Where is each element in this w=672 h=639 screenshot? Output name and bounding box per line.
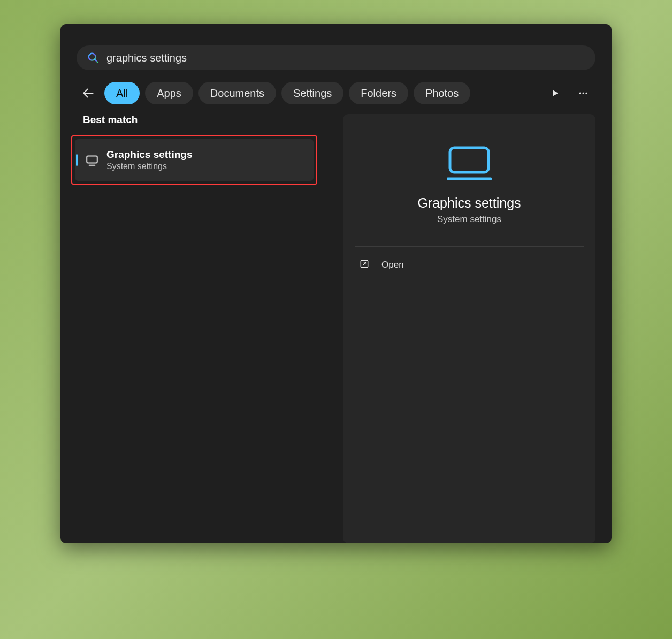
svg-point-4	[579, 93, 581, 94]
filter-pill-apps[interactable]: Apps	[145, 82, 193, 104]
open-external-icon	[359, 258, 370, 271]
svg-point-5	[583, 93, 584, 94]
annotation-highlight: Graphics settings System settings	[71, 135, 317, 185]
result-title: Graphics settings	[106, 149, 193, 161]
search-window: All Apps Documents Settings Folders Phot…	[60, 24, 612, 543]
action-open[interactable]: Open	[355, 247, 584, 283]
svg-rect-7	[87, 156, 97, 163]
filter-pill-folders[interactable]: Folders	[349, 82, 408, 104]
display-icon-large	[447, 141, 492, 186]
filter-label: Settings	[293, 87, 332, 100]
filter-label: Documents	[210, 87, 264, 100]
filter-pill-documents[interactable]: Documents	[198, 82, 276, 104]
display-icon	[78, 153, 106, 167]
section-title-best-match: Best match	[83, 114, 328, 126]
more-button[interactable]	[572, 82, 594, 104]
detail-pane: Graphics settings System settings Open	[343, 114, 595, 543]
svg-line-1	[95, 59, 97, 62]
detail-subtitle: System settings	[437, 214, 501, 225]
filter-label: Folders	[361, 87, 396, 100]
search-icon	[87, 52, 99, 64]
filter-row: All Apps Documents Settings Folders Phot…	[77, 82, 595, 104]
filter-label: All	[116, 87, 128, 100]
action-label: Open	[381, 260, 404, 270]
results-pane: Best match Graphics settings System sett…	[77, 114, 328, 543]
filter-label: Apps	[157, 87, 181, 100]
svg-point-6	[585, 93, 587, 94]
back-button[interactable]	[78, 82, 99, 104]
result-subtitle: System settings	[106, 162, 193, 171]
detail-header: Graphics settings System settings	[355, 141, 584, 246]
svg-marker-3	[553, 90, 558, 96]
svg-rect-9	[450, 148, 488, 172]
result-item-graphics-settings[interactable]: Graphics settings System settings	[75, 139, 314, 181]
filter-pill-all[interactable]: All	[104, 82, 140, 104]
filter-pill-settings[interactable]: Settings	[281, 82, 343, 104]
search-input[interactable]	[106, 52, 585, 64]
play-button[interactable]	[544, 82, 567, 104]
filter-label: Photos	[425, 87, 459, 100]
search-bar[interactable]	[77, 45, 595, 70]
content-area: Best match Graphics settings System sett…	[77, 114, 595, 543]
filter-pill-photos[interactable]: Photos	[414, 82, 470, 104]
detail-title: Graphics settings	[417, 195, 521, 211]
